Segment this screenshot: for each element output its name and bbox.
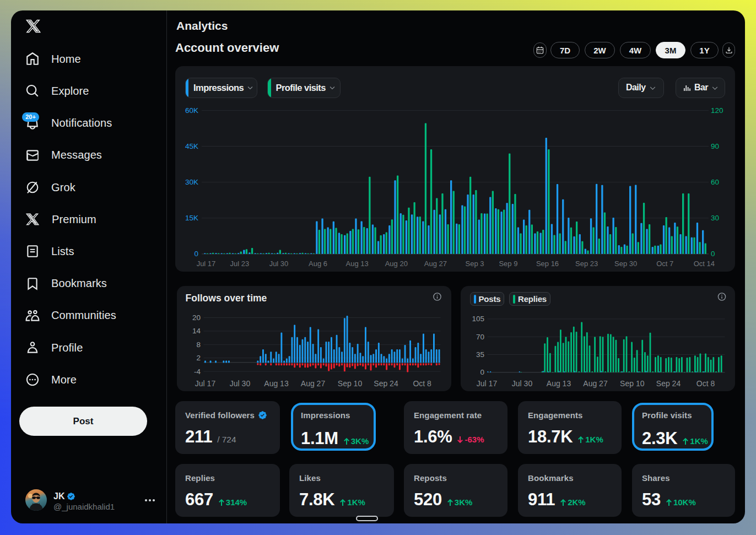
svg-text:Oct 8: Oct 8 <box>696 379 715 388</box>
svg-text:Aug 27: Aug 27 <box>583 379 608 388</box>
svg-text:2: 2 <box>196 354 201 362</box>
svg-text:Sep 24: Sep 24 <box>656 379 681 388</box>
svg-text:Sep 9: Sep 9 <box>499 260 517 268</box>
svg-text:Sep 24: Sep 24 <box>374 379 398 388</box>
svg-text:35: 35 <box>476 350 484 359</box>
svg-text:15K: 15K <box>185 214 198 222</box>
svg-text:45K: 45K <box>185 142 198 150</box>
svg-text:Follows over time: Follows over time <box>185 293 267 304</box>
svg-text:0: 0 <box>711 250 715 258</box>
svg-text:Jul 30: Jul 30 <box>229 379 250 388</box>
svg-text:Sep 16: Sep 16 <box>536 260 559 268</box>
svg-text:20: 20 <box>192 314 200 322</box>
svg-text:0: 0 <box>480 368 484 376</box>
svg-text:Oct 14: Oct 14 <box>694 260 715 268</box>
svg-text:Sep 30: Sep 30 <box>614 260 637 268</box>
svg-text:105: 105 <box>472 315 484 323</box>
svg-text:Aug 27: Aug 27 <box>424 260 447 268</box>
svg-text:Jul 30: Jul 30 <box>511 379 532 388</box>
svg-text:Jul 17: Jul 17 <box>195 379 215 388</box>
svg-text:Sep 23: Sep 23 <box>575 260 598 268</box>
svg-text:120: 120 <box>711 106 723 115</box>
svg-text:-4: -4 <box>193 368 200 376</box>
svg-text:Sep 10: Sep 10 <box>337 379 362 388</box>
svg-text:30: 30 <box>711 214 719 222</box>
svg-text:Aug 13: Aug 13 <box>264 379 289 388</box>
svg-text:Oct 8: Oct 8 <box>413 379 431 388</box>
svg-text:Sep 10: Sep 10 <box>620 379 645 388</box>
svg-text:Aug 6: Aug 6 <box>309 260 327 268</box>
svg-text:Jul 17: Jul 17 <box>197 260 216 268</box>
svg-text:Jul 30: Jul 30 <box>269 260 289 268</box>
svg-text:Jul 17: Jul 17 <box>476 379 497 388</box>
svg-text:14: 14 <box>192 327 201 335</box>
svg-text:Aug 20: Aug 20 <box>385 260 408 268</box>
svg-text:8: 8 <box>196 341 201 349</box>
svg-text:Sep 3: Sep 3 <box>466 260 484 268</box>
svg-text:Aug 13: Aug 13 <box>546 379 571 388</box>
svg-text:90: 90 <box>711 142 719 150</box>
svg-text:70: 70 <box>476 333 484 341</box>
svg-text:0: 0 <box>194 250 198 258</box>
svg-text:Jul 23: Jul 23 <box>230 260 250 268</box>
svg-text:60K: 60K <box>185 106 198 115</box>
svg-text:60: 60 <box>711 178 719 186</box>
svg-text:Oct 7: Oct 7 <box>656 260 673 268</box>
svg-text:30K: 30K <box>185 178 198 186</box>
svg-text:Aug 13: Aug 13 <box>346 260 369 268</box>
svg-text:Aug 27: Aug 27 <box>300 379 325 388</box>
